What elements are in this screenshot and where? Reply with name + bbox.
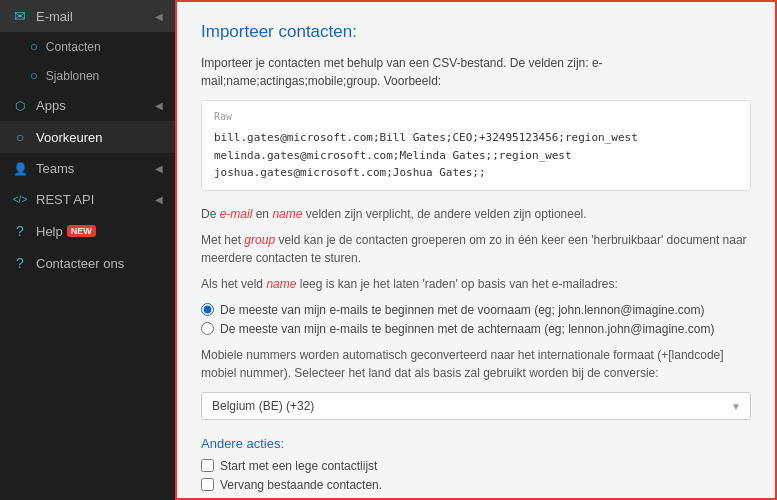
checkbox-vervang[interactable]: Vervang bestaande contacten.	[201, 478, 751, 492]
info-group: Met het group veld kan je de contacten g…	[201, 231, 751, 267]
mobile-info: Mobiele nummers worden automatisch gecon…	[201, 346, 751, 382]
checkbox-lege-lijst-input[interactable]	[201, 459, 214, 472]
contact-icon: ?	[12, 255, 28, 271]
code-label: Raw	[214, 109, 738, 125]
intro-text: Importeer je contacten met behulp van ee…	[201, 54, 751, 90]
sidebar-item-teams[interactable]: 👤 Teams ◀	[0, 153, 175, 184]
sidebar-item-label: E-mail	[36, 9, 73, 24]
radio-label-voornaam: De meeste van mijn e-mails te beginnen m…	[220, 303, 704, 317]
sidebar-item-rest-api[interactable]: </> REST API ◀	[0, 184, 175, 215]
email-icon: ✉	[12, 8, 28, 24]
code-line-1: bill.gates@microsoft.com;Bill Gates;CEO;…	[214, 129, 738, 147]
circle-icon: ○	[30, 39, 38, 54]
sidebar-item-label: Apps	[36, 98, 66, 113]
circle-icon: ○	[30, 68, 38, 83]
sidebar-item-label: Help	[36, 224, 63, 239]
checkbox-vervang-input[interactable]	[201, 478, 214, 491]
new-badge: NEW	[67, 225, 96, 237]
sidebar-item-label: Contacten	[46, 40, 101, 54]
chevron-icon: ◀	[155, 163, 163, 174]
sidebar-item-sjablonen[interactable]: ○ Sjablonen	[0, 61, 175, 90]
info-required: De e-mail en name velden zijn verplicht,…	[201, 205, 751, 223]
sidebar-item-label: REST API	[36, 192, 94, 207]
checkbox-vervang-label: Vervang bestaande contacten.	[220, 478, 382, 492]
radio-voornaam[interactable]	[201, 303, 214, 316]
radio-item-achternaam[interactable]: De meeste van mijn e-mails te beginnen m…	[201, 322, 751, 336]
code-box: Raw bill.gates@microsoft.com;Bill Gates;…	[201, 100, 751, 191]
radio-item-voornaam[interactable]: De meeste van mijn e-mails te beginnen m…	[201, 303, 751, 317]
chevron-icon: ◀	[155, 11, 163, 22]
code-line-3: joshua.gates@microsoft.com;Joshua Gates;…	[214, 164, 738, 182]
sidebar-item-voorkeuren[interactable]: ○ Voorkeuren	[0, 121, 175, 153]
page-title: Importeer contacten:	[201, 22, 751, 42]
sidebar-item-contacteer-ons[interactable]: ? Contacteer ons	[0, 247, 175, 279]
checkbox-lege-lijst-label: Start met een lege contactlijst	[220, 459, 377, 473]
main-content: Importeer contacten: Importeer je contac…	[175, 0, 777, 500]
rest-api-icon: </>	[12, 194, 28, 205]
code-line-2: melinda.gates@microsoft.com;Melinda Gate…	[214, 147, 738, 165]
radio-group: De meeste van mijn e-mails te beginnen m…	[201, 303, 751, 336]
teams-icon: 👤	[12, 162, 28, 176]
sidebar-item-label: Sjablonen	[46, 69, 99, 83]
radio-label-achternaam: De meeste van mijn e-mails te beginnen m…	[220, 322, 714, 336]
apps-icon: ⬡	[12, 99, 28, 113]
sidebar-item-label: Voorkeuren	[36, 130, 103, 145]
country-select-wrapper: Belgium (BE) (+32) Netherlands (NL) (+31…	[201, 392, 751, 420]
andere-acties-title: Andere acties:	[201, 436, 751, 451]
radio-achternaam[interactable]	[201, 322, 214, 335]
checkbox-lege-lijst[interactable]: Start met een lege contactlijst	[201, 459, 751, 473]
sidebar-item-label: Teams	[36, 161, 74, 176]
sidebar-item-help[interactable]: ? Help NEW	[0, 215, 175, 247]
sidebar-item-label: Contacteer ons	[36, 256, 124, 271]
chevron-icon: ◀	[155, 194, 163, 205]
sidebar: ✉ E-mail ◀ ○ Contacten ○ Sjablonen ⬡ App…	[0, 0, 175, 500]
country-select[interactable]: Belgium (BE) (+32) Netherlands (NL) (+31…	[201, 392, 751, 420]
sidebar-item-contacten[interactable]: ○ Contacten	[0, 32, 175, 61]
help-icon: ?	[12, 223, 28, 239]
info-name-empty: Als het veld name leeg is kan je het lat…	[201, 275, 751, 293]
chevron-icon: ◀	[155, 100, 163, 111]
circle-icon: ○	[12, 129, 28, 145]
sidebar-item-email[interactable]: ✉ E-mail ◀	[0, 0, 175, 32]
sidebar-item-apps[interactable]: ⬡ Apps ◀	[0, 90, 175, 121]
